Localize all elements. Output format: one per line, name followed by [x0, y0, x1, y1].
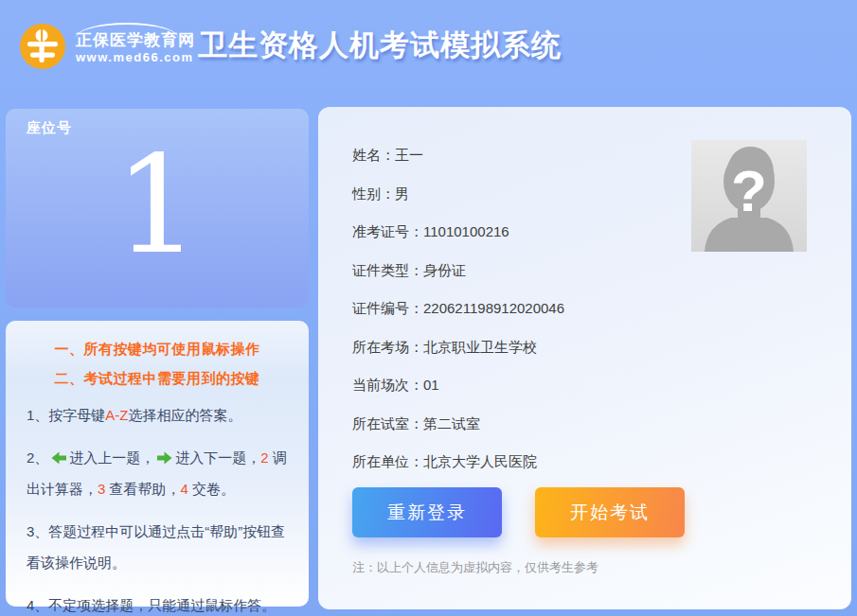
candidate-info-panel: 姓名：王一 性别：男 准考证号：11010100216 证件类型：身份证 证件编…	[318, 107, 851, 609]
disclaimer-note: 注：以上个人信息为虚拟内容，仅供考生参考	[352, 559, 598, 576]
item2-next-label: 进入下一题，	[175, 449, 260, 466]
item2-text-help: 查看帮助，	[105, 481, 180, 497]
seat-card: 座位号 1	[6, 109, 309, 308]
field-session-value: 01	[423, 377, 439, 393]
field-id-type-label: 证件类型：	[352, 262, 423, 278]
field-gender-value: 男	[395, 185, 409, 202]
instructions-heading-2: 二、考试过程中需要用到的按键	[27, 370, 288, 388]
instruction-item-4: 4、不定项选择题，只能通过鼠标作答。	[27, 590, 288, 616]
field-name: 姓名：王一	[352, 136, 564, 175]
instructions-heading-1: 一、所有按键均可使用鼠标操作	[27, 341, 288, 359]
field-id-type: 证件类型：身份证	[352, 252, 564, 290]
field-session-label: 当前场次：	[352, 377, 423, 393]
item2-number: 2、	[27, 449, 48, 466]
item1-text-post: 选择相应的答案。	[129, 407, 242, 423]
start-exam-button[interactable]: 开始考试	[535, 487, 685, 537]
item1-text: 1、按字母键	[27, 407, 105, 423]
item2-text-submit: 交卷。	[188, 481, 235, 497]
field-session: 当前场次：01	[352, 366, 564, 405]
action-buttons: 重新登录 开始考试	[352, 487, 685, 537]
seat-number: 1	[6, 122, 309, 288]
field-work-unit: 所在单位：北京大学人民医院	[352, 443, 564, 482]
question-mark-icon: ?	[691, 157, 807, 224]
field-exam-site-value: 北京职业卫生学校	[423, 339, 537, 355]
candidate-fields: 姓名：王一 性别：男 准考证号：11010100216 证件类型：身份证 证件编…	[352, 136, 564, 482]
item2-key-calc: 2	[260, 449, 268, 466]
field-id-number: 证件编号：220621198912020046	[352, 290, 564, 328]
field-name-label: 姓名：	[352, 147, 395, 163]
field-exam-site-label: 所在考场：	[352, 339, 423, 355]
instruction-item-1: 1、按字母键A-Z选择相应的答案。	[27, 399, 288, 431]
brand-name: 正保医学教育网	[76, 29, 195, 51]
next-question-arrow-icon	[157, 451, 172, 465]
item1-keys: A-Z	[105, 407, 128, 423]
page-title: 卫生资格人机考试模拟系统	[198, 26, 562, 65]
field-admission-number-label: 准考证号：	[352, 223, 423, 239]
field-exam-room-value: 第二试室	[423, 415, 480, 431]
instructions-card: 一、所有按键均可使用鼠标操作 二、考试过程中需要用到的按键 1、按字母键A-Z选…	[6, 321, 309, 607]
med66-logo-icon	[20, 24, 65, 69]
candidate-photo-placeholder: ?	[691, 140, 807, 252]
item2-prev-label: 进入上一题，	[69, 449, 154, 466]
instruction-item-3: 3、答题过程中可以通过点击“帮助”按钮查看该操作说明。	[27, 516, 288, 578]
field-id-number-label: 证件编号：	[352, 300, 423, 316]
field-admission-number: 准考证号：11010100216	[352, 213, 564, 252]
exam-simulation-page: 正保医学教育网 www.med66.com 卫生资格人机考试模拟系统 座位号 1…	[0, 0, 857, 616]
field-exam-room-label: 所在试室：	[352, 415, 423, 431]
field-work-unit-value: 北京大学人民医院	[423, 453, 537, 469]
field-exam-site: 所在考场：北京职业卫生学校	[352, 328, 564, 367]
field-gender-label: 性别：	[352, 185, 395, 202]
field-exam-room: 所在试室：第二试室	[352, 405, 564, 444]
prev-question-arrow-icon	[51, 451, 66, 465]
field-gender: 性别：男	[352, 175, 564, 214]
field-name-value: 王一	[395, 147, 423, 163]
item2-key-submit: 4	[181, 481, 188, 497]
instruction-item-2: 2、进入上一题，进入下一题，2 调出计算器，3 查看帮助，4 交卷。	[27, 442, 288, 504]
brand-url: www.med66.com	[76, 50, 194, 64]
relogin-button[interactable]: 重新登录	[352, 487, 502, 537]
field-admission-number-value: 11010100216	[423, 223, 509, 239]
field-id-type-value: 身份证	[423, 262, 466, 278]
field-work-unit-label: 所在单位：	[352, 453, 423, 469]
field-id-number-value: 220621198912020046	[423, 300, 564, 316]
